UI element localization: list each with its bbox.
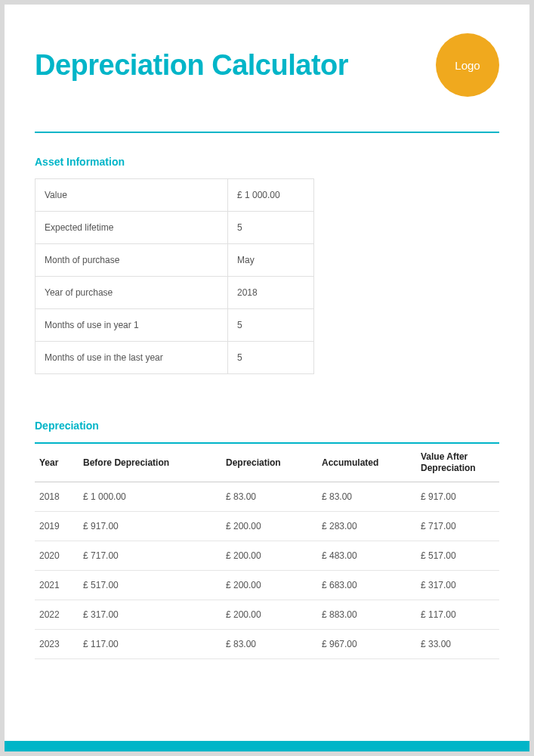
table-row: 2018 £ 1 000.00 £ 83.00 £ 83.00 £ 917.00 <box>35 482 499 512</box>
asset-label: Value <box>35 179 228 212</box>
col-after: Value After Depreciation <box>416 443 499 482</box>
col-dep: Depreciation <box>221 443 317 482</box>
cell-acc: £ 967.00 <box>317 630 416 659</box>
cell-before: £ 717.00 <box>79 541 221 571</box>
cell-before: £ 1 000.00 <box>79 482 221 512</box>
col-before: Before Depreciation <box>79 443 221 482</box>
asset-label: Months of use in year 1 <box>35 309 228 342</box>
cell-before: £ 517.00 <box>79 571 221 600</box>
divider <box>35 132 499 133</box>
asset-label: Year of purchase <box>35 277 228 309</box>
cell-dep: £ 200.00 <box>221 600 317 630</box>
cell-after: £ 517.00 <box>416 541 499 571</box>
footer-bar <box>5 741 529 751</box>
cell-dep: £ 200.00 <box>221 541 317 571</box>
asset-info-heading: Asset Information <box>35 156 499 168</box>
asset-label: Months of use in the last year <box>35 342 228 374</box>
cell-after: £ 317.00 <box>416 571 499 600</box>
table-header-row: Year Before Depreciation Depreciation Ac… <box>35 443 499 482</box>
cell-acc: £ 283.00 <box>317 512 416 541</box>
cell-dep: £ 83.00 <box>221 630 317 659</box>
cell-year: 2021 <box>35 571 79 600</box>
cell-year: 2019 <box>35 512 79 541</box>
cell-year: 2018 <box>35 482 79 512</box>
table-row: 2023 £ 117.00 £ 83.00 £ 967.00 £ 33.00 <box>35 630 499 659</box>
asset-value: 5 <box>228 342 314 374</box>
table-row: 2019 £ 917.00 £ 200.00 £ 283.00 £ 717.00 <box>35 512 499 541</box>
cell-year: 2023 <box>35 630 79 659</box>
cell-acc: £ 683.00 <box>317 571 416 600</box>
cell-dep: £ 200.00 <box>221 512 317 541</box>
logo-text: Logo <box>455 59 480 72</box>
logo-badge: Logo <box>436 33 499 97</box>
asset-info-table: Value £ 1 000.00 Expected lifetime 5 Mon… <box>35 178 314 374</box>
cell-acc: £ 883.00 <box>317 600 416 630</box>
cell-before: £ 917.00 <box>79 512 221 541</box>
page-title: Depreciation Calculator <box>35 49 348 82</box>
header: Depreciation Calculator Logo <box>35 33 499 97</box>
cell-after: £ 717.00 <box>416 512 499 541</box>
table-row: 2021 £ 517.00 £ 200.00 £ 683.00 £ 317.00 <box>35 571 499 600</box>
cell-year: 2020 <box>35 541 79 571</box>
cell-year: 2022 <box>35 600 79 630</box>
cell-before: £ 117.00 <box>79 630 221 659</box>
asset-value: May <box>228 244 314 277</box>
asset-label: Month of purchase <box>35 244 228 277</box>
cell-before: £ 317.00 <box>79 600 221 630</box>
col-year: Year <box>35 443 79 482</box>
table-row: Expected lifetime 5 <box>35 212 314 244</box>
asset-label: Expected lifetime <box>35 212 228 244</box>
cell-after: £ 33.00 <box>416 630 499 659</box>
cell-acc: £ 83.00 <box>317 482 416 512</box>
cell-after: £ 117.00 <box>416 600 499 630</box>
col-acc: Accumulated <box>317 443 416 482</box>
table-row: 2022 £ 317.00 £ 200.00 £ 883.00 £ 117.00 <box>35 600 499 630</box>
depreciation-heading: Depreciation <box>35 420 499 432</box>
cell-dep: £ 200.00 <box>221 571 317 600</box>
depreciation-table: Year Before Depreciation Depreciation Ac… <box>35 442 499 659</box>
document-page: Depreciation Calculator Logo Asset Infor… <box>5 5 529 751</box>
asset-value: 5 <box>228 212 314 244</box>
cell-dep: £ 83.00 <box>221 482 317 512</box>
table-row: Value £ 1 000.00 <box>35 179 314 212</box>
table-row: Month of purchase May <box>35 244 314 277</box>
asset-value: 5 <box>228 309 314 342</box>
cell-acc: £ 483.00 <box>317 541 416 571</box>
cell-after: £ 917.00 <box>416 482 499 512</box>
table-row: 2020 £ 717.00 £ 200.00 £ 483.00 £ 517.00 <box>35 541 499 571</box>
asset-value: 2018 <box>228 277 314 309</box>
table-row: Months of use in the last year 5 <box>35 342 314 374</box>
table-row: Year of purchase 2018 <box>35 277 314 309</box>
table-row: Months of use in year 1 5 <box>35 309 314 342</box>
asset-value: £ 1 000.00 <box>228 179 314 212</box>
